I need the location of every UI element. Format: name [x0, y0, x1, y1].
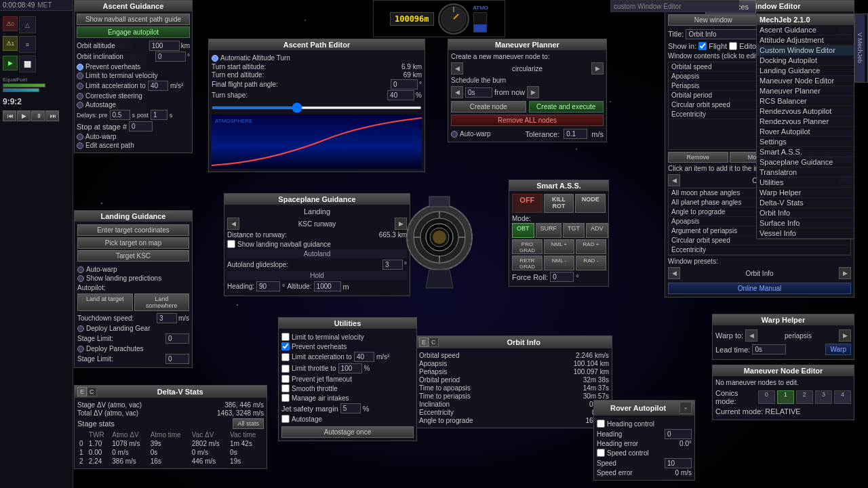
manage-intakes-check[interactable] [281, 394, 290, 402]
limit-accel-radio[interactable] [77, 83, 83, 89]
online-manual-btn[interactable]: Online Manual [668, 283, 851, 294]
show-navball-btn[interactable]: Show navball ascent path guide [77, 14, 190, 25]
mechjeb-menu-item[interactable]: Smart A.S.S. [757, 147, 854, 157]
edit-ascent-radio[interactable] [77, 142, 83, 149]
available-item[interactable]: Eccentricity [669, 245, 850, 255]
create-execute-btn[interactable]: Create and execute [529, 101, 604, 113]
stage-limit2-input[interactable] [165, 354, 189, 364]
burn-time-next-btn[interactable]: ▶ [527, 86, 539, 98]
corrective-steering-radio[interactable] [77, 93, 83, 100]
force-roll-input[interactable] [550, 272, 574, 282]
deltav-c-btn[interactable]: C [87, 387, 97, 396]
mechjeb-menu-item[interactable]: Delta-V Stats [757, 198, 854, 208]
sass-surf-btn[interactable]: SURF [536, 223, 562, 238]
warp-to-prev-btn[interactable]: ◀ [745, 329, 757, 342]
mechjeb-menu-item[interactable]: Landing Guidance [757, 66, 854, 76]
show-landing-pred-radio[interactable] [77, 275, 84, 282]
heading-input[interactable] [256, 281, 280, 291]
tolerance-input[interactable] [564, 129, 587, 139]
limit-accel-util-input[interactable] [354, 352, 374, 362]
node-type-prev-btn[interactable]: ◀ [451, 62, 463, 75]
mechjeb-menu-item[interactable]: Attitude Adjustment [757, 35, 854, 45]
icon-2[interactable]: △ [19, 16, 36, 33]
limit-throttle-util-check[interactable] [281, 365, 290, 373]
speed-rover-input[interactable] [665, 458, 692, 468]
sass-rad-plus-btn[interactable]: RAD + [576, 239, 606, 254]
stop-at-stage-input[interactable] [129, 121, 153, 131]
conics-4-btn[interactable]: 4 [834, 390, 851, 404]
burn-time-input[interactable] [465, 87, 492, 98]
avail-prev-btn[interactable]: ◀ [668, 174, 680, 186]
stage-limit-input[interactable] [165, 333, 189, 344]
mechjeb-menu-item[interactable]: Rendezvous Planner [757, 117, 854, 127]
auto-altitude-radio[interactable] [77, 64, 83, 70]
warp-btn[interactable]: Warp [825, 344, 851, 355]
runway-prev-btn[interactable]: ◀ [227, 218, 239, 230]
target-ksc-btn[interactable]: Target KSC [77, 250, 189, 262]
sass-rad-minus-btn[interactable]: RAD - [576, 256, 606, 270]
remove-all-btn[interactable]: Remove ALL nodes [451, 115, 604, 126]
mechjeb-menu-item[interactable]: Rendezvous Autopilot [757, 106, 854, 117]
node-type-next-btn[interactable]: ▶ [591, 62, 604, 75]
mechjeb-menu-item[interactable]: Surface Info [757, 218, 854, 228]
mechjeb-menu-item[interactable]: Docking Autopilot [757, 56, 854, 66]
speed-control-check[interactable] [597, 449, 605, 457]
mechjeb-menu-item[interactable]: Rover Autopilot [757, 127, 854, 137]
delays-pre-input[interactable] [110, 110, 130, 120]
preset-prev-btn[interactable]: ◀ [668, 267, 680, 279]
deploy-chutes-radio[interactable] [77, 346, 84, 352]
mechjeb-menu-item[interactable]: Ascent Guidance [757, 25, 854, 35]
mechjeb-menu-item[interactable]: Orbit Info [757, 208, 854, 218]
conics-3-btn[interactable]: 3 [815, 390, 832, 404]
mechjeb-menu-item[interactable]: Spaceplane Guidance [757, 157, 854, 167]
stage-icon[interactable]: ▶ [3, 56, 18, 70]
mechjeb-menu-item[interactable]: RCS Balancer [757, 96, 854, 106]
orbit-info-c-btn[interactable]: C [429, 338, 439, 347]
engage-autopilot-btn[interactable]: Engage autopilot [77, 26, 190, 38]
prevent-overheats-util-check[interactable] [281, 342, 290, 350]
autostage-radio[interactable] [77, 102, 83, 108]
jet-safety-input[interactable] [340, 403, 361, 413]
turn-shape-slider[interactable] [212, 106, 422, 109]
limit-throttle-util-input[interactable] [338, 363, 362, 373]
icon-3[interactable]: ≡ [19, 36, 36, 53]
sass-node-btn[interactable]: NODE [575, 194, 606, 213]
mechjeb-menu-item[interactable]: Translatron [757, 167, 854, 178]
mechjeb-menu-item[interactable]: Utilities [757, 178, 854, 188]
rover-close-btn[interactable]: × [679, 402, 692, 414]
auto-warp-maneuver-radio[interactable] [451, 131, 458, 138]
lead-time-input[interactable] [752, 344, 786, 354]
mechjeb-menu-item[interactable]: Maneuver Node Editor [757, 76, 854, 86]
delays-post-input[interactable] [151, 110, 167, 120]
mechjeb-menu-item[interactable]: Vessel Info [757, 228, 854, 239]
show-in-flight-check[interactable] [698, 42, 707, 50]
auto-warp-landing-radio[interactable] [77, 266, 84, 273]
warp-to-next-btn[interactable]: ▶ [839, 329, 851, 342]
alert-icon-1[interactable]: ⚠0 [3, 16, 18, 31]
limit-terminal-util-check[interactable] [281, 333, 290, 341]
deltav-e-btn[interactable]: E [77, 387, 87, 396]
touchdown-speed-input[interactable] [157, 313, 177, 323]
sass-killrot-btn[interactable]: KILL ROT [544, 194, 574, 213]
conics-2-btn[interactable]: 2 [796, 390, 813, 404]
mechjeb-menu-item[interactable]: Maneuver Planner [757, 86, 854, 96]
sass-tgt-btn[interactable]: TGT [563, 223, 585, 238]
orbit-inclination-input[interactable] [155, 52, 186, 62]
burn-time-prev-btn[interactable]: ◀ [451, 86, 463, 98]
rewind-btn[interactable]: ⏮ [3, 110, 16, 121]
auto-altitude-turn-radio[interactable] [212, 55, 218, 62]
sass-prograd-btn[interactable]: PRO GRAD [512, 239, 542, 254]
show-in-editor-check[interactable] [729, 42, 737, 50]
mechjeb-menu-item[interactable]: Warp Helper [757, 188, 854, 198]
sass-adv-btn[interactable]: ADV [586, 223, 608, 238]
prevent-flameout-check[interactable] [281, 375, 290, 383]
conics-0-btn[interactable]: 0 [758, 390, 775, 404]
orbit-info-e-btn[interactable]: E [419, 338, 429, 347]
create-node-btn[interactable]: Create node [451, 101, 526, 113]
limit-terminal-radio[interactable] [77, 73, 83, 79]
pause-btn[interactable]: ⏸ [31, 110, 45, 121]
orbit-altitude-input[interactable] [149, 41, 180, 51]
sass-nml-minus-btn[interactable]: NML - [544, 256, 574, 270]
alert-icon-2[interactable]: ⚠1 [3, 36, 18, 51]
autostage-util-check[interactable] [281, 415, 290, 423]
